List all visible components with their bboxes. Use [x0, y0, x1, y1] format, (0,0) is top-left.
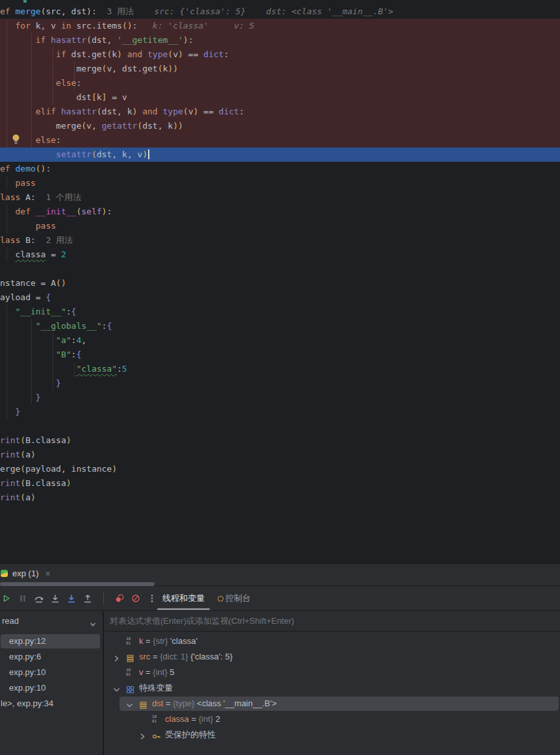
view-tab-threads-variables[interactable]: 线程和变量	[156, 587, 211, 610]
step-out-icon[interactable]	[83, 593, 93, 604]
indent-guide	[6, 305, 7, 419]
mute-breakpoints-icon[interactable]	[131, 593, 141, 604]
code-line[interactable]: pass	[0, 219, 560, 233]
frame-row[interactable]: exp.py:6	[0, 649, 103, 665]
thread-selector-label: read	[0, 616, 19, 626]
text-caret	[148, 149, 149, 159]
code-line[interactable]: ef demo():	[0, 162, 560, 176]
indent-guide	[6, 176, 7, 190]
code-line[interactable]: erge(payload, instance)	[0, 462, 560, 476]
view-breakpoints-icon[interactable]	[114, 593, 125, 604]
code-line[interactable]: dst[k] = v	[0, 90, 560, 105]
indent-guide	[6, 248, 7, 262]
debugger-view-tabs: 线程和变量控制台	[156, 587, 257, 610]
indent-guide	[6, 19, 7, 147]
code-line[interactable]: merge(v, getattr(dst, k))	[0, 119, 560, 133]
step-over-icon[interactable]	[34, 593, 44, 604]
code-line[interactable]: rint(B.classa)	[0, 476, 560, 491]
code-line[interactable]: "classa":5	[0, 362, 560, 376]
horizontal-scrollbar-thumb[interactable]	[0, 582, 155, 586]
close-icon[interactable]: ×	[45, 569, 50, 578]
code-line[interactable]: "__globals__":{	[0, 319, 560, 333]
debugger-toolbar: 线程和变量控制台	[0, 587, 560, 611]
code-line[interactable]: if dst.get(k) and type(v) == dict:	[0, 47, 560, 62]
indent-guide	[31, 319, 32, 405]
code-line[interactable]	[0, 262, 560, 276]
indent-guide	[74, 362, 75, 376]
tool-window-tab-bar: exp (1) ×	[0, 564, 560, 583]
frame-row[interactable]: exp.py:12	[0, 633, 103, 649]
evaluate-watch-input[interactable]: 对表达式求值(Enter)或添加监视(Ctrl+Shift+Enter)	[104, 611, 560, 632]
variable-row-dst[interactable]: dst = {type} <class '__main__.B'>	[104, 696, 560, 711]
variable-row-v[interactable]: 1001v = {int} 5	[104, 665, 560, 680]
code-line[interactable]	[0, 419, 560, 433]
view-tab-console[interactable]: 控制台	[211, 587, 257, 610]
indent-guide	[53, 333, 53, 390]
code-line[interactable]: pass	[0, 176, 560, 190]
code-line[interactable]: else:	[0, 76, 560, 90]
code-line[interactable]: setattr(dst, k, v)	[0, 147, 560, 162]
debug-session-tab[interactable]: exp (1)	[12, 569, 38, 578]
code-line[interactable]: nstance = A()	[0, 276, 560, 290]
indent-guide	[74, 62, 75, 90]
resume-icon[interactable]	[1, 593, 12, 604]
code-lines: ef merge(src, dst): 3 用法 src: {'classa':…	[0, 5, 560, 505]
thread-selector[interactable]: read	[0, 611, 103, 631]
frame-row[interactable]: exp.py:10	[0, 680, 103, 696]
code-line[interactable]: rint(a)	[0, 491, 560, 505]
code-line[interactable]: }	[0, 390, 560, 405]
code-line[interactable]: "__init__":{	[0, 305, 560, 319]
code-line[interactable]: classa = 2	[0, 248, 560, 262]
frames-panel: read exp.py:12exp.py:6exp.py:10exp.py:10…	[0, 611, 103, 755]
code-line[interactable]: def __init__(self):	[0, 205, 560, 219]
step-into-icon[interactable]	[50, 593, 60, 604]
code-line[interactable]: }	[0, 405, 560, 419]
variable-row-k[interactable]: 1001k = {str} 'classa'	[104, 633, 560, 649]
variable-row-src[interactable]: src = {dict: 1} {'classa': 5}	[104, 649, 560, 665]
code-line[interactable]: lass A: 1 个用法	[0, 190, 560, 205]
code-line[interactable]: ayload = {	[0, 290, 560, 305]
force-step-into-icon[interactable]	[66, 593, 77, 604]
code-line[interactable]: rint(B.classa)	[0, 433, 560, 448]
indent-guide	[31, 33, 32, 147]
code-line[interactable]: "a":4,	[0, 333, 560, 348]
variable-group-row[interactable]: 受保护的特性	[104, 727, 560, 743]
pycharm-debug-window: ef merge(src, dst): 3 用法 src: {'classa':…	[0, 0, 560, 755]
frame-row[interactable]: le>, exp.py:34	[0, 696, 103, 711]
toolbar-separator	[103, 592, 104, 605]
code-line[interactable]: ef merge(src, dst): 3 用法 src: {'classa':…	[0, 5, 560, 19]
variable-group-row[interactable]: 特殊变量	[104, 680, 560, 696]
code-line[interactable]: rint(a)	[0, 448, 560, 462]
code-line[interactable]: for k, v in src.items(): k: 'classa' v: …	[0, 19, 560, 33]
frame-row[interactable]: exp.py:10	[0, 665, 103, 680]
code-line[interactable]: }	[0, 376, 560, 390]
code-line[interactable]: "B":{	[0, 348, 560, 362]
intention-lightbulb-icon[interactable]	[11, 133, 21, 145]
code-line[interactable]: if hasattr(dst, '__getitem__'):	[0, 33, 560, 47]
variables-panel: 对表达式求值(Enter)或添加监视(Ctrl+Shift+Enter) 100…	[103, 611, 560, 755]
code-line[interactable]: merge(v, dst.get(k))	[0, 62, 560, 76]
indent-guide	[53, 47, 53, 105]
code-line[interactable]: elif hasattr(dst, k) and type(v) == dict…	[0, 105, 560, 119]
debugger-content: read exp.py:12exp.py:6exp.py:10exp.py:10…	[0, 611, 560, 755]
pause-icon[interactable]	[18, 593, 28, 604]
indent-guide	[6, 205, 7, 233]
clipped-inlay-mark	[23, 0, 27, 3]
variable-row-classa[interactable]: 1001classa = {int} 2	[104, 711, 560, 727]
code-line[interactable]: lass B: 2 用法	[0, 233, 560, 248]
python-run-config-icon	[1, 570, 8, 577]
console-badge-icon	[218, 596, 223, 602]
debug-tool-window: exp (1) × 线程和变量控制台 read exp.py:12exp.py:…	[0, 563, 560, 755]
code-editor[interactable]: ef merge(src, dst): 3 用法 src: {'classa':…	[0, 0, 560, 563]
code-line[interactable]: else:	[0, 133, 560, 147]
